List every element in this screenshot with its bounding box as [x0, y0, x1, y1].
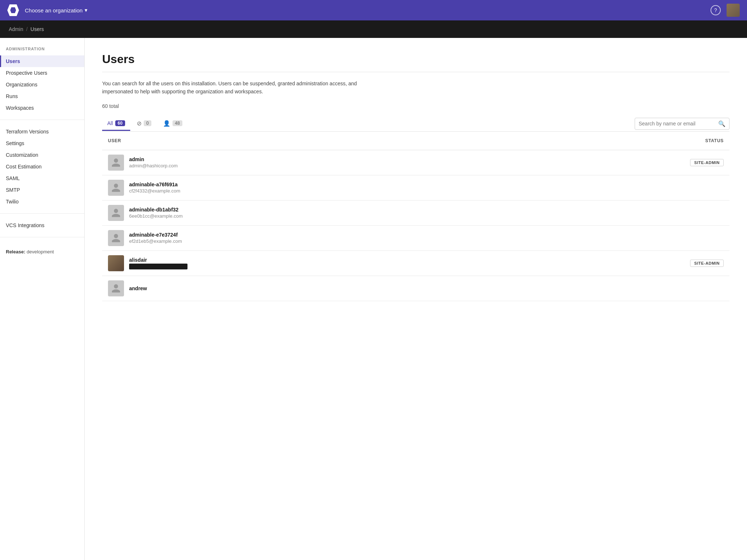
user-name: andrew: [129, 285, 147, 291]
user-name: adminable-db1abf32: [129, 207, 183, 213]
status-cell: SITE-ADMIN: [664, 159, 729, 166]
user-info: alisdair: [102, 255, 664, 271]
breadcrumb-separator: /: [26, 26, 28, 32]
user-icon: 👤: [163, 120, 170, 127]
user-email-redacted: [129, 264, 187, 269]
breadcrumb-current: Users: [31, 26, 44, 32]
table-row[interactable]: adminable-e7e3724f ef2d1eb5@example.com: [102, 226, 729, 251]
user-avatar-placeholder: [108, 280, 124, 296]
sidebar-item-cost-estimation[interactable]: Cost Estimation: [0, 161, 84, 172]
status-badge: SITE-ADMIN: [690, 260, 724, 267]
person-icon: [111, 208, 121, 218]
breadcrumb-admin[interactable]: Admin: [9, 26, 23, 32]
sidebar-item-smtp[interactable]: SMTP: [0, 184, 84, 196]
search-box[interactable]: 🔍: [635, 118, 729, 130]
user-avatar-placeholder: [108, 180, 124, 196]
sidebar-item-terraform-versions[interactable]: Terraform Versions: [0, 126, 84, 137]
table-row[interactable]: andrew: [102, 276, 729, 301]
sidebar-divider-3: [0, 237, 84, 237]
filter-all-label: All: [107, 120, 113, 126]
sidebar-item-twilio[interactable]: Twilio: [0, 196, 84, 207]
sidebar-item-vcs-integrations[interactable]: VCS Integrations: [0, 219, 84, 231]
release-info: Release: development: [0, 243, 84, 260]
filter-tabs: All 60 ⊘ 0 👤 48: [102, 116, 187, 131]
table-row[interactable]: adminable-db1abf32 6ee0b1cc@example.com: [102, 201, 729, 226]
org-selector-label: Choose an organization: [25, 7, 82, 13]
user-details: adminable-db1abf32 6ee0b1cc@example.com: [129, 207, 183, 219]
user-details: adminable-e7e3724f ef2d1eb5@example.com: [129, 232, 182, 244]
sidebar-item-settings[interactable]: Settings: [0, 137, 84, 149]
status-cell: SITE-ADMIN: [664, 260, 729, 267]
app-body: Administration Users Prospective Users O…: [0, 38, 747, 560]
user-email: admin@hashicorp.com: [129, 163, 178, 168]
filter-all-badge: 60: [115, 120, 125, 126]
page-title: Users: [102, 52, 729, 66]
org-selector[interactable]: Choose an organization ▾: [25, 7, 88, 13]
sidebar-item-customization[interactable]: Customization: [0, 149, 84, 161]
users-list: admin admin@hashicorp.com SITE-ADMIN adm…: [102, 150, 729, 301]
avatar[interactable]: [727, 4, 740, 17]
sidebar-item-organizations[interactable]: Organizations: [0, 79, 84, 90]
avatar-image: [108, 255, 124, 271]
filter-tab-suspended[interactable]: ⊘ 0: [132, 116, 156, 132]
top-navigation: Choose an organization ▾ ?: [0, 0, 747, 20]
sidebar: Administration Users Prospective Users O…: [0, 38, 85, 560]
sidebar-primary-group: Users Prospective Users Organizations Ru…: [0, 55, 84, 114]
user-avatar-photo: [108, 255, 124, 271]
table-row[interactable]: alisdair SITE-ADMIN: [102, 251, 729, 276]
sidebar-item-runs[interactable]: Runs: [0, 90, 84, 102]
filter-bar: All 60 ⊘ 0 👤 48 🔍: [102, 116, 729, 132]
filter-tab-all[interactable]: All 60: [102, 117, 130, 131]
banned-icon: ⊘: [137, 120, 142, 127]
sidebar-secondary-group: Terraform Versions Settings Customizatio…: [0, 126, 84, 207]
breadcrumb: Admin / Users: [0, 20, 747, 38]
user-details: admin admin@hashicorp.com: [129, 156, 178, 168]
table-header: USER STATUS: [102, 132, 729, 150]
avatar-image: [727, 4, 740, 17]
logo-inner: [10, 7, 16, 13]
chevron-down-icon: ▾: [85, 7, 88, 13]
user-info: adminable-e7e3724f ef2d1eb5@example.com: [102, 230, 664, 246]
user-details: andrew: [129, 285, 147, 291]
search-input[interactable]: [639, 121, 715, 127]
column-header-user: USER: [102, 135, 664, 146]
filter-tab-admins[interactable]: 👤 48: [158, 116, 187, 132]
table-row[interactable]: adminable-a76f691a cf2f4332@example.com: [102, 175, 729, 201]
search-icon[interactable]: 🔍: [718, 120, 725, 127]
user-info: adminable-a76f691a cf2f4332@example.com: [102, 180, 664, 196]
user-email: cf2f4332@example.com: [129, 188, 180, 194]
sidebar-tertiary-group: VCS Integrations: [0, 219, 84, 231]
user-name: admin: [129, 156, 178, 162]
sidebar-item-saml[interactable]: SAML: [0, 172, 84, 184]
sidebar-divider-2: [0, 213, 84, 214]
status-badge: SITE-ADMIN: [690, 159, 724, 166]
user-name: adminable-e7e3724f: [129, 232, 182, 238]
user-info: andrew: [102, 280, 664, 296]
person-icon: [111, 158, 121, 168]
app-logo[interactable]: [7, 4, 19, 16]
page-divider: [102, 72, 729, 72]
sidebar-section-label: Administration: [0, 47, 84, 55]
nav-left: Choose an organization ▾: [7, 4, 88, 16]
filter-admins-badge: 48: [173, 120, 182, 126]
person-icon: [111, 183, 121, 193]
user-details: adminable-a76f691a cf2f4332@example.com: [129, 182, 180, 194]
help-icon[interactable]: ?: [711, 5, 721, 15]
sidebar-item-users[interactable]: Users: [0, 55, 84, 67]
person-icon: [111, 283, 121, 293]
person-icon: [111, 233, 121, 243]
main-content: Users You can search for all the users o…: [85, 38, 747, 560]
sidebar-item-prospective-users[interactable]: Prospective Users: [0, 67, 84, 79]
user-name: adminable-a76f691a: [129, 182, 180, 187]
sidebar-item-workspaces[interactable]: Workspaces: [0, 102, 84, 114]
filter-suspended-badge: 0: [144, 120, 151, 126]
sidebar-divider-1: [0, 120, 84, 120]
user-avatar-placeholder: [108, 155, 124, 171]
total-count: 60 total: [102, 103, 729, 109]
user-avatar-placeholder: [108, 230, 124, 246]
user-email: ef2d1eb5@example.com: [129, 238, 182, 244]
user-info: adminable-db1abf32 6ee0b1cc@example.com: [102, 205, 664, 221]
user-info: admin admin@hashicorp.com: [102, 155, 664, 171]
table-row[interactable]: admin admin@hashicorp.com SITE-ADMIN: [102, 150, 729, 175]
nav-right: ?: [711, 4, 740, 17]
